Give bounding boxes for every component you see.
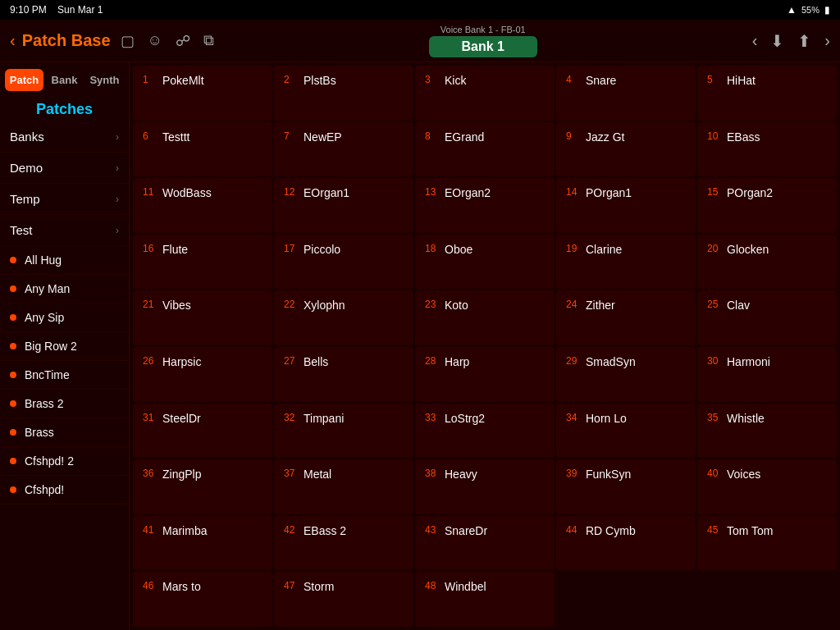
sidebar-list-item[interactable]: Any Sip: [0, 304, 129, 332]
patch-cell[interactable]: 26Harpsic: [133, 347, 272, 402]
patch-cell[interactable]: 16Flute: [133, 235, 272, 290]
patch-cell[interactable]: 45Tom Tom: [697, 516, 837, 571]
patch-cell[interactable]: 12EOrgan1: [274, 178, 413, 233]
sidebar-tab-patch[interactable]: Patch: [5, 69, 43, 91]
sidebar-list-item[interactable]: Any Man: [0, 275, 129, 304]
patch-cell[interactable]: 3Kick: [415, 66, 555, 121]
patch-cell[interactable]: 20Glocken: [697, 235, 837, 290]
patch-cell[interactable]: 36ZingPlp: [133, 459, 272, 514]
patch-cell[interactable]: 31SteelDr: [133, 404, 272, 459]
download-icon[interactable]: ⬇: [770, 31, 784, 51]
sidebar-nav-banks[interactable]: Banks›: [0, 121, 129, 153]
patch-cell[interactable]: 27Bells: [274, 347, 413, 402]
patch-cell[interactable]: 15POrgan2: [697, 178, 837, 233]
list-dot: [10, 257, 16, 263]
list-dot: [10, 429, 16, 436]
patch-cell[interactable]: 30Harmoni: [697, 347, 837, 402]
sidebar-nav-temp[interactable]: Temp›: [0, 184, 129, 215]
list-dot: [10, 343, 16, 349]
patch-name: Storm: [304, 580, 334, 593]
patch-cell[interactable]: 14POrgan1: [556, 178, 696, 233]
patch-cell[interactable]: 9Jazz Gt: [556, 122, 696, 177]
patch-cell[interactable]: 29SmadSyn: [556, 347, 696, 402]
patch-cell[interactable]: 6Testtt: [133, 122, 272, 177]
patch-cell[interactable]: 42EBass 2: [274, 516, 413, 571]
patch-cell[interactable]: 39FunkSyn: [556, 459, 696, 514]
sidebar-list-item[interactable]: Big Row 2: [0, 332, 129, 361]
patch-number: 10: [707, 130, 722, 142]
patch-number: 30: [707, 355, 722, 367]
patch-cell[interactable]: 43SnareDr: [415, 516, 555, 571]
patch-name: WodBass: [162, 186, 212, 199]
patch-cell[interactable]: 11WodBass: [133, 178, 272, 233]
patch-cell[interactable]: 5HiHat: [697, 66, 837, 121]
patch-cell[interactable]: 47Storm: [274, 572, 413, 627]
next-button[interactable]: ›: [824, 31, 830, 50]
sidebar-list-item[interactable]: Cfshpd! 2: [0, 447, 129, 476]
face-icon[interactable]: ☺: [148, 32, 162, 49]
patch-cell[interactable]: 2PlstBs: [274, 66, 413, 121]
patch-name: POrgan1: [586, 186, 632, 199]
sidebar-list-item[interactable]: Brass 2: [0, 390, 129, 418]
patch-name: Harmoni: [727, 355, 770, 368]
sidebar-list-item[interactable]: Cfshpd!: [0, 476, 129, 504]
app-title: Patch Base: [22, 31, 111, 50]
nav-right: ‹ ⬇ ⬆ ›: [752, 31, 830, 51]
back-button[interactable]: ‹: [10, 31, 16, 50]
patch-cell[interactable]: 21Vibes: [133, 290, 272, 345]
patch-number: 1: [143, 74, 158, 85]
patch-cell[interactable]: 10EBass: [697, 122, 837, 177]
sidebar-nav-demo[interactable]: Demo›: [0, 153, 129, 184]
patch-cell[interactable]: 8EGrand: [415, 122, 555, 177]
patch-cell[interactable]: 7NewEP: [274, 122, 413, 177]
patch-cell[interactable]: 46Mars to: [133, 572, 272, 627]
patch-cell[interactable]: 48Windbel: [415, 572, 555, 627]
export-icon[interactable]: ⬆: [797, 31, 811, 51]
patch-number: 25: [707, 299, 722, 310]
patch-cell[interactable]: 37Metal: [274, 459, 413, 514]
wifi-icon: ▲: [787, 4, 797, 16]
sidebar-tab-synth[interactable]: Synth: [85, 69, 124, 91]
patch-cell[interactable]: 28Harp: [415, 347, 555, 402]
sidebar-tab-bank[interactable]: Bank: [45, 69, 84, 91]
status-time: 9:10 PM: [10, 4, 47, 16]
patch-number: 26: [143, 355, 158, 367]
patch-cell[interactable]: 17Piccolo: [274, 235, 413, 290]
patch-cell[interactable]: 23Koto: [415, 290, 555, 345]
patch-name: Mars to: [162, 580, 201, 593]
patch-cell[interactable]: 44RD Cymb: [556, 516, 696, 571]
patch-cell[interactable]: 25Clav: [697, 290, 837, 345]
sidebar-nav-test[interactable]: Test›: [0, 215, 129, 246]
bank-button[interactable]: Bank 1: [429, 36, 537, 57]
patch-cell[interactable]: 4Snare: [556, 66, 696, 121]
patch-cell[interactable]: 13EOrgan2: [415, 178, 555, 233]
patch-cell[interactable]: 35Whistle: [697, 404, 837, 459]
sidebar-list-item[interactable]: Brass: [0, 418, 129, 447]
patch-cell[interactable]: 41Marimba: [133, 516, 272, 571]
patch-cell[interactable]: 38Heavy: [415, 459, 555, 514]
patch-cell[interactable]: 32Timpani: [274, 404, 413, 459]
prev-button[interactable]: ‹: [752, 31, 758, 50]
patch-name: Windbel: [445, 580, 486, 593]
patch-cell[interactable]: 1PokeMlt: [133, 66, 272, 121]
patch-cell[interactable]: 33LoStrg2: [415, 404, 555, 459]
patch-cell[interactable]: 18Oboe: [415, 235, 555, 290]
patch-cell[interactable]: 24Zither: [556, 290, 696, 345]
doc-icon[interactable]: ☍: [176, 32, 190, 50]
patch-name: Snare: [586, 74, 616, 87]
patch-number: 16: [143, 243, 158, 254]
patch-number: 15: [707, 186, 722, 198]
patch-cell[interactable]: 34Horn Lo: [556, 404, 696, 459]
patch-name: Xylophn: [304, 299, 345, 312]
copy-icon[interactable]: ⧉: [203, 32, 214, 49]
patch-cell[interactable]: 19Clarine: [556, 235, 696, 290]
folder-icon[interactable]: ▢: [121, 32, 135, 50]
patch-name: EOrgan1: [304, 186, 349, 199]
patch-cell[interactable]: 40Voices: [697, 459, 837, 514]
list-dot: [10, 314, 16, 321]
patch-cell[interactable]: 22Xylophn: [274, 290, 413, 345]
sidebar-list-item[interactable]: All Hug: [0, 246, 129, 275]
patch-name: Jazz Gt: [586, 130, 624, 144]
patch-number: 32: [284, 412, 299, 423]
sidebar-list-item[interactable]: BncTime: [0, 361, 129, 390]
